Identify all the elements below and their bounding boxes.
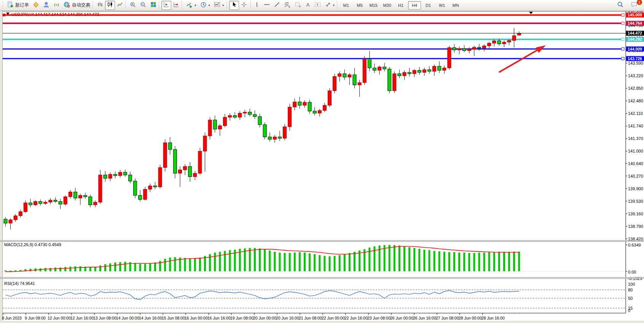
- macd-histogram-bar: [224, 251, 226, 271]
- timeframe-w1[interactable]: W1: [435, 1, 448, 10]
- clock-icon: [200, 2, 207, 9]
- candle-body: [253, 115, 257, 116]
- search-button[interactable]: [615, 1, 626, 10]
- time-tick-label: 8 Jun 2023: [2, 316, 22, 320]
- line-handle[interactable]: [622, 38, 624, 41]
- macd-histogram-bar: [344, 254, 346, 271]
- chart-canvas[interactable]: 145.070144.700144.330143.960143.590143.2…: [0, 11, 644, 323]
- candle-body: [353, 75, 356, 85]
- timeframe-mn[interactable]: MN: [449, 1, 462, 10]
- timeframe-m5[interactable]: M5: [353, 1, 366, 10]
- candle-body: [388, 69, 391, 91]
- chart-shift-button[interactable]: [171, 1, 181, 10]
- tile-windows-button[interactable]: [148, 1, 158, 10]
- candle-body: [383, 67, 386, 69]
- market-button[interactable]: [31, 1, 41, 10]
- price-tick-label: 142.850: [628, 86, 643, 91]
- macd-histogram-bar: [304, 253, 306, 271]
- timeframe-h4[interactable]: H4: [408, 1, 421, 10]
- toolbar-grip: [3, 2, 4, 9]
- fibonacci-icon: E: [284, 2, 291, 9]
- candle-body: [323, 105, 326, 110]
- macd-histogram-bar: [124, 262, 126, 271]
- candlestick-chart-button[interactable]: [105, 1, 115, 10]
- vertical-line-tool-button[interactable]: [252, 1, 261, 10]
- fibonacci-tool-button[interactable]: E: [282, 1, 293, 10]
- macd-histogram-bar: [199, 258, 201, 271]
- candle-body: [228, 116, 232, 117]
- candle-body: [64, 197, 67, 204]
- zoom-in-button[interactable]: [128, 1, 138, 10]
- macd-histogram-bar: [458, 253, 460, 271]
- shapes-dropdown[interactable]: ▾: [323, 1, 337, 10]
- macd-histogram-bar: [49, 268, 51, 271]
- price-tick-label: 141.740: [628, 124, 643, 128]
- macd-histogram-bar: [204, 256, 206, 271]
- bar-chart-button[interactable]: [95, 1, 105, 10]
- signals-button[interactable]: [41, 1, 51, 10]
- line-handle[interactable]: [622, 48, 624, 50]
- grid-tool-button[interactable]: F: [293, 1, 303, 10]
- candle-body: [408, 72, 411, 74]
- periods-dropdown[interactable]: ▾: [198, 1, 212, 10]
- macd-histogram-bar: [69, 267, 71, 271]
- autotrade-button[interactable]: 自动交易: [62, 1, 92, 10]
- new-order-button[interactable]: 新订单: [5, 1, 31, 10]
- candle-body: [223, 117, 226, 126]
- macd-pane: 0.63490.00-0.1529: [3, 243, 642, 281]
- horizontal-line-tool-button[interactable]: [261, 1, 272, 10]
- timeframe-h1[interactable]: H1: [394, 1, 407, 10]
- template-icon: [214, 2, 220, 9]
- line-handle[interactable]: [622, 22, 624, 25]
- timeframe-m1[interactable]: M1: [340, 1, 352, 10]
- text-tool-button[interactable]: A: [303, 1, 312, 10]
- time-tick-label: 20 Jun 16:00: [276, 316, 299, 320]
- text-icon: A: [305, 2, 311, 9]
- time-tick-label: 12 Jun 00:00: [48, 316, 71, 320]
- candle-body: [363, 59, 366, 83]
- candle-body: [343, 74, 346, 77]
- price-tick-label: 140.270: [628, 174, 643, 178]
- zoom-out-button[interactable]: [138, 1, 148, 10]
- rsi-scale-label: 80: [628, 288, 633, 292]
- candle-body: [183, 167, 187, 170]
- line-handle[interactable]: [3, 14, 5, 16]
- macd-histogram-bar: [274, 252, 276, 271]
- broadcast-button[interactable]: [51, 1, 62, 10]
- chevron-down-icon: ▾: [209, 3, 210, 7]
- candle-body: [233, 116, 237, 117]
- indicators-dropdown[interactable]: ▾: [184, 1, 198, 10]
- macd-histogram-bar: [74, 266, 76, 271]
- timeframe-m15[interactable]: M15: [367, 1, 380, 10]
- candle-body: [448, 48, 451, 68]
- macd-histogram-bar: [508, 252, 510, 271]
- crosshair-tool-button[interactable]: [239, 1, 249, 10]
- macd-histogram-bar: [389, 245, 391, 271]
- timeframe-m30[interactable]: M30: [381, 1, 394, 10]
- templates-dropdown[interactable]: ▾: [212, 1, 226, 10]
- cursor-tool-button[interactable]: [229, 1, 239, 10]
- candle-body: [158, 167, 162, 187]
- time-tick-label: 13 Jun 08:00: [93, 316, 116, 320]
- macd-histogram-bar: [518, 251, 520, 271]
- time-tick-label: 12 Jun 16:00: [70, 316, 94, 320]
- macd-histogram-bar: [64, 267, 66, 271]
- macd-histogram-bar: [408, 247, 410, 271]
- candle-body: [118, 172, 122, 176]
- timeframe-d1[interactable]: D1: [422, 1, 435, 10]
- line-handle[interactable]: [622, 57, 624, 60]
- line-chart-button[interactable]: [115, 1, 125, 10]
- macd-histogram-bar: [80, 266, 81, 271]
- time-tick-label: 14 Jun 00:00: [116, 316, 139, 320]
- auto-scroll-button[interactable]: [161, 1, 171, 10]
- line-handle[interactable]: [622, 14, 624, 16]
- candle-body: [438, 66, 441, 70]
- trendline-tool-button[interactable]: [272, 1, 282, 10]
- text-label-tool-button[interactable]: T: [312, 1, 323, 10]
- notifications-chat-button[interactable]: 1: [629, 1, 640, 10]
- macd-histogram-bar: [264, 249, 266, 271]
- time-tick-label: 26 Jun 00:00: [390, 316, 413, 320]
- macd-histogram-bar: [144, 264, 146, 271]
- candle-body: [517, 33, 521, 35]
- macd-histogram-bar: [384, 245, 386, 271]
